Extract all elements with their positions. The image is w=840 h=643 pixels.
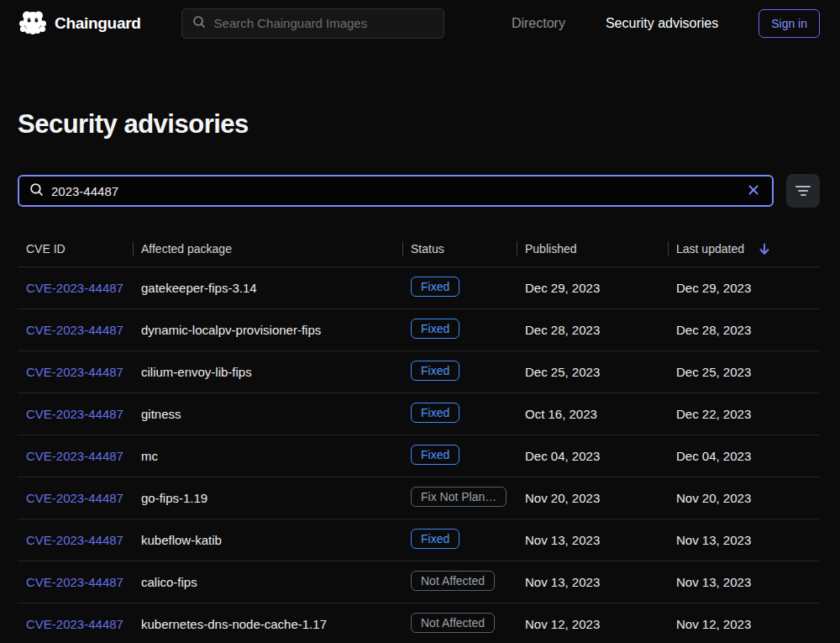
status-badge: Fixed	[411, 445, 459, 465]
advisory-filter-row	[18, 174, 820, 208]
affected-package-cell: kubernetes-dns-node-cache-1.17	[133, 617, 402, 631]
nav-search-box[interactable]	[181, 8, 444, 39]
cve-link[interactable]: CVE-2023-44487	[26, 323, 123, 337]
published-date-cell: Dec 29, 2023	[517, 281, 668, 295]
affected-package-cell: calico-fips	[133, 575, 402, 589]
nav-link-security-advisories[interactable]: Security advisories	[606, 16, 718, 31]
affected-package-cell: go-fips-1.19	[133, 491, 402, 505]
table-row: CVE-2023-44487 go-fips-1.19 Fix Not Plan…	[18, 477, 820, 519]
table-row: CVE-2023-44487 mc Fixed Dec 04, 2023 Dec…	[18, 435, 820, 477]
last-updated-date-cell: Dec 22, 2023	[668, 407, 820, 421]
advisories-table: CVE ID Affected package Status Published…	[18, 231, 820, 643]
search-icon	[192, 15, 206, 32]
table-row: CVE-2023-44487 gitness Fixed Oct 16, 202…	[18, 393, 820, 435]
last-updated-date-cell: Dec 04, 2023	[668, 449, 820, 463]
column-header-last-updated[interactable]: Last updated	[668, 240, 820, 257]
status-badge: Fixed	[411, 361, 459, 381]
last-updated-date-cell: Nov 20, 2023	[668, 491, 820, 505]
last-updated-date-cell: Nov 13, 2023	[668, 533, 820, 547]
table-body: CVE-2023-44487 gatekeeper-fips-3.14 Fixe…	[18, 267, 820, 643]
column-header-affected-package[interactable]: Affected package	[133, 240, 402, 257]
table-row: CVE-2023-44487 cilium-envoy-lib-fips Fix…	[18, 351, 820, 393]
status-badge: Fix Not Plan…	[411, 487, 507, 507]
octopus-logo-icon	[18, 9, 47, 38]
close-icon	[747, 183, 760, 199]
affected-package-cell: dynamic-localpv-provisioner-fips	[133, 323, 402, 337]
last-updated-date-cell: Dec 25, 2023	[668, 365, 820, 379]
sign-in-button[interactable]: Sign in	[759, 9, 820, 38]
published-date-cell: Dec 04, 2023	[517, 449, 668, 463]
status-badge: Fixed	[411, 529, 459, 549]
table-row: CVE-2023-44487 kubernetes-dns-node-cache…	[18, 603, 820, 643]
last-updated-date-cell: Dec 29, 2023	[668, 281, 820, 295]
cve-link[interactable]: CVE-2023-44487	[26, 449, 123, 463]
column-header-published[interactable]: Published	[517, 240, 668, 257]
last-updated-date-cell: Dec 28, 2023	[668, 323, 820, 337]
advisory-search-input[interactable]	[51, 184, 738, 198]
published-date-cell: Nov 20, 2023	[517, 491, 668, 505]
affected-package-cell: cilium-envoy-lib-fips	[133, 365, 402, 379]
cve-link[interactable]: CVE-2023-44487	[26, 491, 123, 505]
main-content: Security advisories CVE ID	[0, 109, 840, 643]
cve-link[interactable]: CVE-2023-44487	[26, 533, 123, 547]
top-navbar: Chainguard Directory Security advisories…	[0, 0, 840, 46]
status-badge: Fixed	[411, 277, 459, 297]
affected-package-cell: gatekeeper-fips-3.14	[133, 281, 402, 295]
published-date-cell: Dec 28, 2023	[517, 323, 668, 337]
status-badge: Fixed	[411, 403, 459, 423]
column-header-cve-id[interactable]: CVE ID	[18, 240, 133, 257]
table-row: CVE-2023-44487 calico-fips Not Affected …	[18, 561, 820, 603]
affected-package-cell: gitness	[133, 407, 402, 421]
published-date-cell: Nov 13, 2023	[517, 575, 668, 589]
table-header-row: CVE ID Affected package Status Published…	[18, 231, 820, 267]
table-row: CVE-2023-44487 gatekeeper-fips-3.14 Fixe…	[18, 267, 820, 309]
affected-package-cell: kubeflow-katib	[133, 533, 402, 547]
advisory-search-box[interactable]	[18, 175, 774, 207]
filter-icon	[795, 186, 811, 187]
published-date-cell: Nov 12, 2023	[517, 617, 668, 631]
brand-name: Chainguard	[55, 14, 141, 33]
table-row: CVE-2023-44487 dynamic-localpv-provision…	[18, 309, 820, 351]
cve-link[interactable]: CVE-2023-44487	[26, 617, 123, 631]
status-badge: Fixed	[411, 319, 459, 339]
search-icon	[29, 182, 44, 200]
nav-search-input[interactable]	[214, 16, 433, 30]
cve-link[interactable]: CVE-2023-44487	[26, 281, 123, 295]
cve-link[interactable]: CVE-2023-44487	[26, 575, 123, 589]
cve-link[interactable]: CVE-2023-44487	[26, 365, 123, 379]
cve-link[interactable]: CVE-2023-44487	[26, 407, 123, 421]
published-date-cell: Nov 13, 2023	[517, 533, 668, 547]
table-row: CVE-2023-44487 kubeflow-katib Fixed Nov …	[18, 519, 820, 561]
chainguard-logo[interactable]: Chainguard	[18, 9, 141, 38]
affected-package-cell: mc	[133, 449, 402, 463]
column-header-status[interactable]: Status	[402, 240, 517, 257]
published-date-cell: Oct 16, 2023	[517, 407, 668, 421]
last-updated-date-cell: Nov 13, 2023	[668, 575, 820, 589]
page-title: Security advisories	[18, 109, 820, 140]
status-badge: Not Affected	[411, 613, 495, 633]
published-date-cell: Dec 25, 2023	[517, 365, 668, 379]
status-badge: Not Affected	[411, 571, 495, 591]
clear-search-button[interactable]	[745, 182, 762, 201]
nav-link-directory[interactable]: Directory	[512, 16, 565, 31]
filter-button[interactable]	[786, 174, 820, 208]
sort-descending-icon[interactable]	[758, 242, 771, 256]
last-updated-date-cell: Nov 12, 2023	[668, 617, 820, 631]
